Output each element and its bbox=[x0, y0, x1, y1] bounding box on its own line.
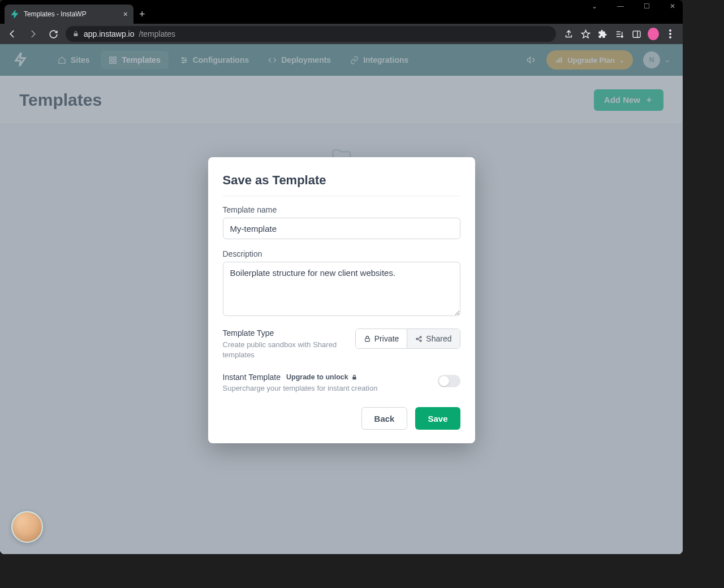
extensions-icon[interactable] bbox=[597, 28, 608, 40]
window-maximize-icon[interactable]: ☐ bbox=[639, 2, 654, 10]
instant-text: Instant Template Upgrade to unlock Super… bbox=[223, 373, 429, 392]
type-desc: Create public sandbox with Shared templa… bbox=[223, 340, 346, 360]
modal-overlay[interactable]: Save as Template Template name Descripti… bbox=[0, 44, 683, 554]
url-path: /templates bbox=[139, 29, 176, 38]
browser-titlebar: Templates - InstaWP × + ⌄ — ☐ ✕ bbox=[0, 0, 683, 24]
instant-template-row: Instant Template Upgrade to unlock Super… bbox=[223, 373, 460, 392]
svg-point-2 bbox=[621, 36, 623, 37]
window-minimize-icon[interactable]: — bbox=[613, 2, 628, 10]
favicon-icon bbox=[10, 10, 19, 19]
svg-line-26 bbox=[418, 339, 420, 340]
new-tab-button[interactable]: + bbox=[133, 8, 151, 24]
save-label: Save bbox=[428, 414, 447, 423]
svg-rect-0 bbox=[74, 33, 78, 36]
share-icon[interactable] bbox=[563, 28, 574, 40]
type-private-label: Private bbox=[374, 334, 399, 343]
field-description: Description Boilerplate structure for ne… bbox=[223, 249, 460, 318]
instant-template-toggle[interactable] bbox=[438, 375, 460, 387]
svg-point-6 bbox=[669, 33, 671, 35]
kebab-menu-icon[interactable] bbox=[665, 28, 676, 40]
divider bbox=[223, 196, 460, 196]
support-chat-avatar[interactable] bbox=[11, 511, 43, 543]
toolbar-right-icons bbox=[561, 28, 678, 40]
address-bar[interactable]: app.instawp.io/templates bbox=[66, 26, 556, 42]
lock-closed-icon bbox=[351, 374, 357, 381]
media-icon[interactable] bbox=[614, 28, 625, 40]
window-controls: ⌄ — ☐ ✕ bbox=[587, 2, 680, 10]
profile-avatar-icon[interactable] bbox=[648, 28, 659, 40]
instant-desc: Supercharge your templates for instant c… bbox=[223, 384, 429, 392]
name-label: Template name bbox=[223, 205, 460, 214]
svg-rect-3 bbox=[633, 31, 640, 37]
type-shared-label: Shared bbox=[426, 334, 451, 343]
instant-title: Instant Template bbox=[223, 373, 281, 382]
type-segmented-control: Private Shared bbox=[355, 328, 460, 349]
back-label: Back bbox=[374, 414, 395, 423]
description-textarea[interactable]: Boilerplate structure for new client web… bbox=[223, 262, 460, 316]
url-domain: app.instawp.io bbox=[84, 29, 135, 38]
desc-label: Description bbox=[223, 249, 460, 258]
svg-line-25 bbox=[418, 337, 420, 338]
type-option-shared[interactable]: Shared bbox=[407, 329, 459, 348]
template-name-input[interactable] bbox=[223, 218, 460, 239]
bookmark-star-icon[interactable] bbox=[580, 28, 591, 40]
nav-reload-icon[interactable] bbox=[45, 26, 61, 42]
browser-toolbar: app.instawp.io/templates bbox=[0, 24, 683, 44]
nav-back-icon[interactable] bbox=[5, 26, 20, 42]
template-type-row: Template Type Create public sandbox with… bbox=[223, 328, 460, 360]
lock-icon bbox=[72, 31, 79, 37]
modal-title: Save as Template bbox=[223, 173, 460, 188]
browser-tab[interactable]: Templates - InstaWP × bbox=[5, 5, 133, 24]
close-tab-icon[interactable]: × bbox=[123, 10, 128, 18]
nav-forward-icon[interactable] bbox=[25, 26, 41, 42]
sidepanel-icon[interactable] bbox=[631, 28, 642, 40]
window-close-icon[interactable]: ✕ bbox=[665, 2, 680, 10]
save-button[interactable]: Save bbox=[415, 407, 460, 430]
upgrade-to-unlock-badge[interactable]: Upgrade to unlock bbox=[286, 373, 357, 381]
svg-point-7 bbox=[669, 36, 671, 38]
toggle-knob bbox=[439, 376, 449, 386]
svg-rect-21 bbox=[365, 338, 369, 341]
save-template-modal: Save as Template Template name Descripti… bbox=[208, 157, 475, 443]
modal-actions: Back Save bbox=[223, 407, 460, 430]
share-nodes-icon bbox=[415, 335, 423, 343]
type-title: Template Type bbox=[223, 328, 346, 338]
svg-point-5 bbox=[669, 29, 671, 32]
tab-title: Templates - InstaWP bbox=[24, 10, 119, 18]
app-viewport: Sites Templates Configurations Deploymen… bbox=[0, 44, 683, 554]
field-template-name: Template name bbox=[223, 205, 460, 239]
type-text: Template Type Create public sandbox with… bbox=[223, 328, 346, 360]
window-dropdown-icon[interactable]: ⌄ bbox=[587, 2, 602, 10]
lock-icon bbox=[364, 335, 371, 343]
type-option-private[interactable]: Private bbox=[356, 329, 407, 348]
back-button[interactable]: Back bbox=[361, 407, 408, 430]
svg-rect-27 bbox=[352, 377, 356, 379]
svg-marker-1 bbox=[581, 30, 589, 37]
browser-window: Templates - InstaWP × + ⌄ — ☐ ✕ app.inst… bbox=[0, 0, 683, 554]
upgrade-unlock-label: Upgrade to unlock bbox=[286, 373, 348, 381]
